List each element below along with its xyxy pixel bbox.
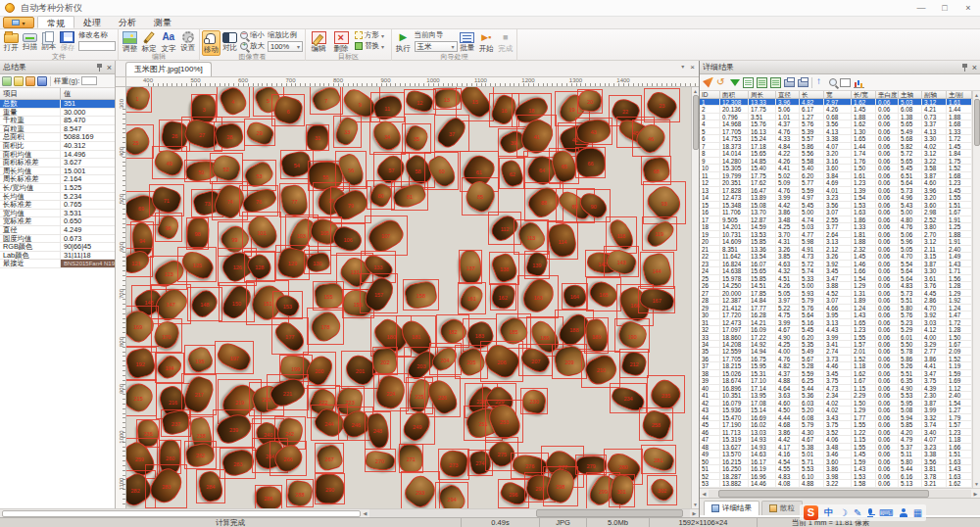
details-col-header[interactable]: 长 — [800, 91, 824, 98]
seed-object[interactable]: 155 — [315, 283, 343, 309]
seed-object[interactable]: 128 — [248, 256, 271, 277]
seed-object[interactable]: 206 — [485, 347, 518, 375]
seed-object[interactable]: 195 — [188, 348, 212, 371]
details-row[interactable]: 2720.00017.855.055.934.521.310.065.734.4… — [700, 290, 980, 297]
print-preview-icon[interactable] — [798, 79, 808, 87]
grid-icon[interactable]: ▦ — [913, 505, 922, 520]
details-row[interactable]: 3112.47314.213.995.163.131.650.065.233.0… — [700, 319, 980, 326]
seed-object[interactable]: 239 — [217, 415, 251, 441]
seed-object[interactable]: 6 — [274, 97, 302, 123]
seed-object[interactable]: 60 — [426, 161, 458, 182]
summary-row[interactable]: 最接近BNS2015Fan4 N19... — [0, 260, 115, 268]
seed-object[interactable]: 263 — [222, 451, 254, 475]
summary-row[interactable]: 长标准差0.765 — [0, 201, 115, 210]
seed-object[interactable]: 143 — [607, 251, 636, 273]
seed-object[interactable]: 56 — [335, 160, 368, 180]
details-row[interactable]: 4110.35113.953.635.362.342.290.065.532.3… — [700, 392, 980, 399]
seed-object[interactable]: 54 — [284, 150, 309, 179]
seed-object[interactable]: 31 — [306, 124, 328, 151]
seed-object[interactable]: 29 — [247, 123, 273, 143]
details-row[interactable]: 2211.64213.543.854.733.261.450.064.703.1… — [700, 253, 980, 260]
seed-object[interactable]: 296 — [501, 484, 527, 503]
details-row[interactable]: 30.7963.511.011.270.681.880.061.380.731.… — [700, 114, 980, 120]
details-row[interactable]: 5116.25016.194.555.533.861.430.065.443.8… — [700, 465, 980, 472]
wizard-select[interactable]: 玉米▾ — [415, 41, 458, 52]
details-row[interactable]: 1317.82816.474.765.594.011.390.065.733.9… — [700, 187, 980, 194]
summary-row[interactable]: 面积比40.312 — [0, 142, 115, 151]
scroll-down-icon[interactable]: ▼ — [973, 480, 980, 488]
target-edit-button[interactable]: 编辑 — [308, 30, 329, 54]
seed-object[interactable]: 266 — [276, 445, 301, 472]
details-row[interactable]: 4913.57014.634.165.013.461.450.065.113.3… — [700, 451, 980, 457]
summary-row[interactable]: 面积标准差3.627 — [0, 159, 115, 168]
export-table-icon[interactable] — [743, 77, 754, 88]
details-row[interactable]: 3512.55914.944.005.492.742.010.065.782.7… — [700, 348, 980, 355]
details-col-header[interactable]: 主/副 — [947, 91, 972, 98]
details-row[interactable]: 914.28014.854.265.583.161.760.065.653.22… — [700, 158, 980, 165]
app-menu-button[interactable]: ▾ — [3, 17, 34, 28]
seed-object[interactable]: 118 — [606, 225, 637, 244]
details-row[interactable]: 5218.28716.964.836.103.981.530.066.163.7… — [700, 473, 980, 480]
pen-icon[interactable]: ✎ — [854, 505, 861, 520]
summary-row[interactable]: 周长均值15.001 — [0, 168, 115, 176]
seed-object[interactable]: 147 — [155, 292, 187, 317]
adjust-button[interactable]: 调整 — [121, 30, 139, 54]
open-button[interactable]: 打开 — [2, 30, 20, 53]
seed-object[interactable]: 23 — [648, 94, 676, 118]
tab-general[interactable]: 常规 — [37, 16, 74, 28]
details-col-header[interactable]: 主轴 — [899, 91, 922, 98]
details-row[interactable]: 3318.86017.224.906.203.991.550.066.014.0… — [700, 334, 980, 341]
tab-measure[interactable]: 测量 — [145, 16, 180, 28]
seed-object[interactable]: 62 — [499, 164, 525, 183]
moon-icon[interactable]: ☽ — [839, 505, 848, 520]
details-row[interactable]: 1611.70613.703.865.003.071.630.065.002.9… — [700, 209, 980, 216]
seed-object[interactable]: 53 — [245, 165, 272, 186]
details-col-header[interactable]: 副轴 — [922, 91, 947, 98]
seed-object[interactable]: 177 — [274, 326, 306, 347]
seed-object[interactable]: 217 — [181, 382, 217, 407]
details-col-header[interactable]: 直径 — [776, 91, 800, 98]
seed-object[interactable]: 71 — [152, 188, 180, 213]
seed-object[interactable]: 130 — [306, 253, 329, 271]
seed-object[interactable]: 77 — [278, 188, 310, 214]
seed-object[interactable]: 201 — [346, 357, 375, 383]
details-row[interactable]: 1412.47313.893.994.973.231.540.064.963.2… — [700, 194, 980, 201]
details-row[interactable]: 3617.70516.754.765.673.731.520.065.863.8… — [700, 356, 980, 362]
seed-object[interactable]: 182 — [441, 319, 466, 343]
details-row[interactable]: 814.01415.654.225.563.201.740.065.723.12… — [700, 150, 980, 157]
rename-input[interactable] — [78, 41, 116, 51]
details-row[interactable]: 3718.21515.954.825.284.461.180.065.264.4… — [700, 362, 980, 369]
seed-object[interactable]: 286 — [257, 485, 280, 508]
seed-object[interactable]: 164 — [564, 285, 586, 308]
seed-object[interactable]: 235 — [652, 381, 679, 408]
contrast-button[interactable]: 对比 — [221, 30, 239, 53]
details-row[interactable]: 1515.34815.084.425.453.561.530.065.433.6… — [700, 202, 980, 209]
details-col-header[interactable]: 垩白度 — [876, 91, 899, 98]
seed-object[interactable]: 7 — [313, 89, 340, 110]
details-row[interactable]: 218.35113.363.264.912.122.320.065.052.11… — [700, 246, 980, 253]
seed-object[interactable]: 139 — [525, 255, 549, 274]
seed-object[interactable]: 46 — [638, 124, 663, 152]
seed-object[interactable]: 11 — [373, 96, 402, 119]
details-scroll-thumb[interactable] — [974, 99, 980, 146]
details-row[interactable]: 5313.88214.464.084.883.221.580.065.133.2… — [700, 480, 980, 487]
details-row[interactable]: 3918.67417.104.886.253.751.670.066.353.7… — [700, 377, 980, 384]
start-button[interactable]: ▶▪开始 — [477, 30, 496, 54]
seed-object[interactable]: 153 — [275, 296, 299, 315]
seed-object[interactable]: 161 — [459, 289, 484, 309]
seed-object[interactable]: 215 — [126, 384, 152, 410]
seed-object[interactable]: 37 — [436, 122, 467, 143]
seed-object[interactable]: 107 — [368, 222, 403, 249]
panel-close-icon[interactable]: × — [107, 62, 112, 73]
summary-row[interactable]: 面积均值14.496 — [0, 151, 115, 160]
seed-object[interactable]: 33 — [333, 121, 361, 141]
tab-list-icon[interactable]: ▾ — [681, 63, 684, 72]
summary-row[interactable]: 宽均值3.531 — [0, 210, 115, 218]
summary-row[interactable]: 百粒重8.547 — [0, 125, 115, 134]
seed-object[interactable]: 248 — [361, 420, 396, 441]
scroll-left-icon[interactable]: ◀ — [700, 491, 709, 497]
summary-row[interactable]: 总数351 — [0, 100, 115, 109]
details-vertical-scrollbar[interactable]: ▲ ▼ — [972, 91, 980, 488]
seed-object[interactable]: 165 — [592, 280, 614, 308]
details-row[interactable]: 2921.41217.775.225.764.661.240.065.804.7… — [700, 305, 980, 311]
